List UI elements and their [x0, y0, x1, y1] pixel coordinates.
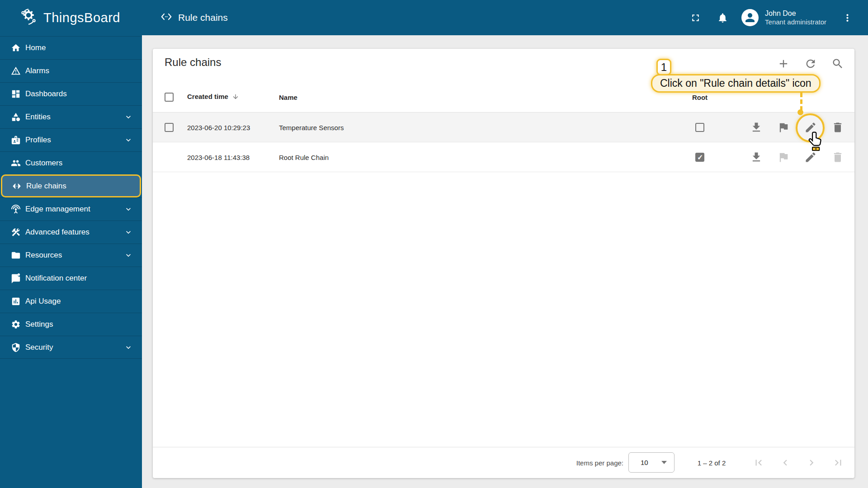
- sidebar-nav: Home Alarms Dashboards Entities Profiles: [0, 36, 142, 359]
- folder-icon: [11, 250, 21, 260]
- root-checkbox-checked[interactable]: [695, 153, 704, 162]
- sidebar-item-api-usage[interactable]: Api Usage: [0, 290, 142, 313]
- tutorial-step-badge: 1: [656, 59, 671, 75]
- sidebar-item-resources[interactable]: Resources: [0, 244, 142, 267]
- tutorial-dashed-connector: [800, 93, 802, 111]
- breadcrumb: Rule chains: [160, 12, 228, 23]
- sidebar: ThingsBoard Home Alarms Dashboards Entit…: [0, 0, 142, 488]
- user-name: John Doe: [765, 9, 826, 18]
- thingsboard-app: ThingsBoard Home Alarms Dashboards Entit…: [0, 0, 868, 488]
- chat-unread-icon: [11, 273, 21, 283]
- rule-chains-card: Rule chains Created time Name Root 2023-…: [153, 49, 854, 478]
- select-all-checkbox[interactable]: [165, 93, 174, 102]
- flag-icon: [777, 151, 790, 164]
- table-row[interactable]: 2023-06-18 11:43:38 Root Rule Chain: [153, 142, 854, 172]
- items-per-page-label: Items per page:: [576, 459, 623, 467]
- shield-icon: [11, 343, 21, 352]
- download-icon[interactable]: [750, 151, 763, 164]
- tutorial-tooltip: Click on "Rule chain details" icon: [651, 74, 821, 93]
- table-row[interactable]: 2023-06-20 10:29:23 Temperature Sensors: [153, 113, 854, 142]
- page-title: Rule chains: [178, 12, 228, 23]
- brand-name: ThingsBoard: [43, 10, 120, 25]
- people-icon: [11, 158, 21, 168]
- cell-name: Root Rule Chain: [279, 153, 329, 161]
- sidebar-item-profiles[interactable]: Profiles: [0, 128, 142, 151]
- card-title: Rule chains: [165, 56, 221, 69]
- column-header-created-time[interactable]: Created time: [187, 93, 239, 102]
- avatar[interactable]: [741, 9, 759, 26]
- topbar: Rule chains John Doe Tenant administrato…: [142, 0, 868, 35]
- more-vert-icon[interactable]: [838, 9, 856, 27]
- cell-name: Temperature Sensors: [279, 123, 344, 131]
- user-info[interactable]: John Doe Tenant administrator: [765, 9, 826, 27]
- pagination-bar: Items per page: 10 1 – 2 of 2: [153, 447, 854, 478]
- root-checkbox[interactable]: [695, 123, 704, 132]
- sidebar-item-security[interactable]: Security: [0, 336, 142, 359]
- chevron-down-icon: [124, 343, 133, 352]
- page-size-value: 10: [641, 459, 648, 466]
- sidebar-item-dashboards[interactable]: Dashboards: [0, 82, 142, 105]
- sidebar-item-notification-center[interactable]: Notification center: [0, 267, 142, 290]
- chevron-down-icon: [124, 205, 133, 214]
- rule-chain-icon: [12, 181, 22, 191]
- gear-icon: [11, 319, 21, 329]
- antenna-icon: [11, 204, 21, 214]
- page-range-label: 1 – 2 of 2: [686, 459, 737, 467]
- sidebar-item-edge-management[interactable]: Edge management: [0, 197, 142, 221]
- flag-icon[interactable]: [777, 121, 790, 134]
- arrow-downward-icon: [232, 93, 239, 102]
- chevron-down-icon: [124, 136, 133, 145]
- search-icon[interactable]: [831, 57, 844, 70]
- sidebar-item-settings[interactable]: Settings: [0, 313, 142, 336]
- topbar-actions: John Doe Tenant administrator: [686, 9, 856, 27]
- dashboard-icon: [11, 89, 21, 99]
- last-page-icon[interactable]: [832, 457, 844, 469]
- rule-chain-icon: [160, 12, 173, 23]
- sidebar-item-advanced-features[interactable]: Advanced features: [0, 221, 142, 244]
- category-icon: [11, 112, 21, 122]
- fullscreen-icon[interactable]: [686, 9, 704, 27]
- column-header-name[interactable]: Name: [279, 94, 297, 101]
- brand-logo[interactable]: ThingsBoard: [0, 0, 142, 35]
- chevron-down-icon: [124, 251, 133, 260]
- tutorial-connector-dot: [797, 109, 803, 115]
- delete-trash-icon[interactable]: [831, 121, 844, 134]
- sidebar-item-home[interactable]: Home: [0, 36, 142, 59]
- row-checkbox[interactable]: [165, 123, 174, 132]
- delete-trash-icon: [831, 151, 844, 164]
- sidebar-item-rule-chains[interactable]: Rule chains: [1, 174, 141, 197]
- rule-chain-details-edit-icon[interactable]: [804, 151, 817, 164]
- add-icon[interactable]: [777, 57, 790, 70]
- download-icon[interactable]: [750, 121, 763, 134]
- select-caret-icon: [661, 461, 667, 464]
- next-page-icon[interactable]: [806, 457, 817, 469]
- sidebar-item-entities[interactable]: Entities: [0, 105, 142, 128]
- first-page-icon[interactable]: [753, 457, 764, 469]
- chevron-down-icon: [124, 228, 133, 237]
- construction-icon: [11, 227, 21, 237]
- cell-created-time: 2023-06-18 11:43:38: [187, 153, 250, 161]
- thingsboard-bug-gear-icon: [18, 6, 39, 29]
- sidebar-item-customers[interactable]: Customers: [0, 151, 142, 174]
- user-role: Tenant administrator: [765, 18, 826, 27]
- hand-cursor-icon: [807, 131, 825, 152]
- column-header-root: Root: [673, 94, 727, 101]
- cell-created-time: 2023-06-20 10:29:23: [187, 123, 250, 131]
- sidebar-item-alarms[interactable]: Alarms: [0, 59, 142, 82]
- page-size-select[interactable]: 10: [628, 452, 675, 473]
- chevron-down-icon: [124, 113, 133, 122]
- badge-icon: [11, 135, 21, 145]
- notifications-bell-icon[interactable]: [713, 9, 731, 27]
- refresh-icon[interactable]: [804, 57, 817, 70]
- person-icon: [743, 11, 757, 24]
- home-icon: [11, 43, 21, 53]
- chart-icon: [11, 296, 21, 306]
- warning-icon: [11, 66, 21, 76]
- prev-page-icon[interactable]: [779, 457, 791, 469]
